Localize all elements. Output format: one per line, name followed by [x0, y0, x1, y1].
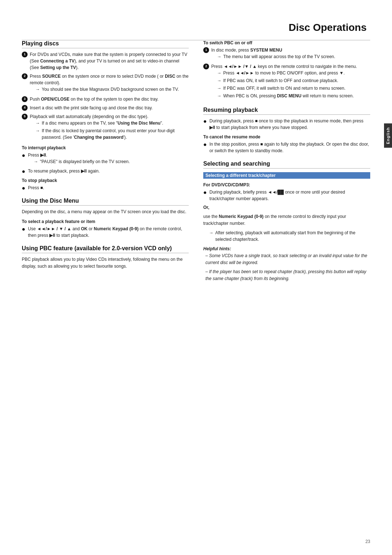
section-disc-menu: Using the Disc Menu: [22, 198, 189, 206]
num-2: 2: [22, 73, 28, 79]
arrow-item: → After selecting, playback will automat…: [209, 230, 370, 243]
num-1: 1: [22, 52, 28, 57]
num-4: 4: [22, 105, 28, 111]
content-columns: Playing discs 1 For DVDs and VCDs, make …: [22, 40, 370, 285]
arrow-item: → The menu bar will appear across the to…: [217, 53, 335, 60]
playing-discs-list: 1 For DVDs and VCDs, make sure that the …: [22, 51, 189, 142]
list-item: 2 Press ◄◄/►► /▼ / ▲ keys on the remote …: [203, 63, 370, 100]
arrow-item: → If PBC was ON, it will switch to OFF a…: [217, 77, 357, 84]
hint-1: – Some VCDs have a single track, so trac…: [205, 252, 370, 266]
cancel-resume-list: ● In the stop position, press ■ again to…: [203, 141, 370, 154]
arrow-item: → If PBC was OFF, it will switch to ON a…: [217, 85, 357, 92]
list-item: 3 Push OPEN/CLOSE on the top of the syst…: [22, 96, 189, 102]
arrow-item: → You should see the blue Magnavox DVD b…: [36, 86, 189, 93]
list-item: 1 In disc mode, press SYSTEM MENU → The …: [203, 47, 370, 61]
stop-playback-header: To stop playback: [22, 178, 189, 183]
or-text: use the Numeric Keypad (0-9) on the remo…: [203, 213, 370, 227]
num-3: 3: [22, 96, 28, 102]
arrow-item: → If a disc menu appears on the TV, see …: [36, 120, 189, 126]
list-item: ● Press ■.: [22, 185, 189, 191]
switch-pbc-header: To switch PBC on or off: [203, 40, 370, 45]
or-label: Or,: [203, 204, 370, 211]
pbc-intro: PBC playback allows you to play Video CD…: [22, 256, 189, 270]
section-pbc: Using PBC feature (available for 2.0-ver…: [22, 245, 189, 253]
list-item: 1 For DVDs and VCDs, make sure that the …: [22, 51, 189, 71]
switch-pbc-list: 1 In disc mode, press SYSTEM MENU → The …: [203, 47, 370, 100]
helpful-hints-title: Helpful hints:: [203, 246, 370, 252]
list-item: ● Press ▶II. → "PAUSE" is displayed brie…: [22, 152, 189, 166]
hint-2: – If the player has been set to repeat c…: [205, 268, 370, 282]
section-playing-discs: Playing discs: [22, 40, 189, 48]
list-item: ● In the stop position, press ■ again to…: [203, 141, 370, 154]
list-item: 4 Insert a disc with the print side faci…: [22, 105, 189, 111]
resuming-list: ● During playback, press ■ once to stop …: [203, 118, 370, 131]
right-column: To switch PBC on or off 1 In disc mode, …: [203, 40, 370, 285]
section-resuming: Resuming playback: [203, 107, 370, 115]
page-title: Disc Operations: [22, 22, 370, 33]
cancel-resume-header: To cancel the resume mode: [203, 134, 370, 139]
list-item: 2 Press SOURCE on the system once or mor…: [22, 73, 189, 94]
disc-menu-intro: Depending on the disc, a menu may appear…: [22, 208, 189, 215]
left-column: Playing discs 1 For DVDs and VCDs, make …: [22, 40, 189, 285]
diff-track-header: Selecting a different track/chapter: [203, 172, 370, 179]
interrupt-playback-list: ● Press ▶II. → "PAUSE" is displayed brie…: [22, 152, 189, 174]
arrow-item: → When PBC is ON, pressing DISC MENU wil…: [217, 93, 357, 99]
num-2: 2: [203, 64, 209, 69]
arrow-item: → Press ◄◄/►► to move to PBC ON/OFF opti…: [217, 70, 357, 76]
arrow-item: → If the disc is locked by parental cont…: [36, 127, 189, 141]
section-selecting: Selecting and searching: [203, 161, 370, 169]
list-item: 5 Playback will start automatically (dep…: [22, 113, 189, 142]
stop-playback-list: ● Press ■.: [22, 185, 189, 191]
page: Disc Operations English Playing discs 1 …: [0, 0, 392, 555]
interrupt-playback-header: To interrupt playback: [22, 145, 189, 150]
num-5: 5: [22, 114, 28, 119]
arrow-item: → "PAUSE" is displayed briefly on the TV…: [34, 158, 130, 165]
for-dvd-header: For DVD/VCD/CD/MP3:: [203, 182, 370, 187]
list-item: ● During playback, press ■ once to stop …: [203, 118, 370, 131]
helpful-hints: Helpful hints: – Some VCDs have a single…: [203, 246, 370, 283]
list-item: ● To resume playback, press ▶II again.: [22, 168, 189, 174]
select-item-list: ● Use ◄◄/►► / ▼ / ▲ and OK or Numeric Ke…: [22, 226, 189, 239]
page-number: 23: [366, 539, 370, 544]
num-1: 1: [203, 47, 209, 53]
english-tab: English: [384, 123, 392, 148]
for-dvd-list: ● During playback, briefly press ◄◄/██ o…: [203, 189, 370, 202]
list-item: ● Use ◄◄/►► / ▼ / ▲ and OK or Numeric Ke…: [22, 226, 189, 239]
list-item: ● During playback, briefly press ◄◄/██ o…: [203, 189, 370, 202]
select-item-header: To select a playback feature or item: [22, 219, 189, 224]
